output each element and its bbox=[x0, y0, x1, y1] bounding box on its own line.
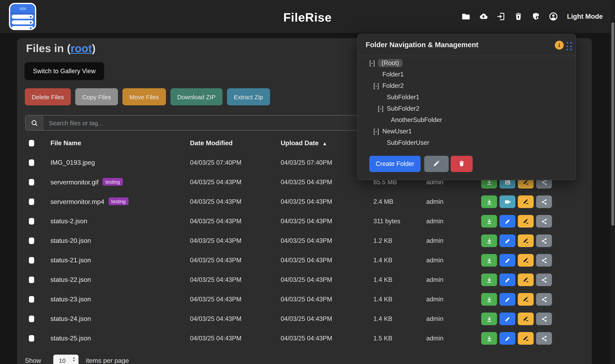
row-download-button[interactable] bbox=[481, 312, 497, 325]
folder-label: (Root) bbox=[378, 59, 403, 67]
copy-files-button[interactable]: Copy Files bbox=[75, 88, 118, 105]
search-icon bbox=[26, 116, 43, 130]
cloud-upload-icon[interactable] bbox=[478, 12, 488, 21]
row-download-button[interactable] bbox=[481, 293, 497, 306]
row-rename-button[interactable] bbox=[518, 332, 534, 345]
column-header-upload-date[interactable]: Upload Date▲ bbox=[281, 140, 327, 147]
row-rename-button[interactable] bbox=[518, 234, 534, 247]
row-rename-button[interactable] bbox=[518, 293, 534, 306]
row-download-button[interactable] bbox=[481, 332, 497, 345]
drag-handle-icon[interactable] bbox=[567, 42, 572, 51]
file-name: status-20.json bbox=[51, 237, 91, 245]
row-rename-button[interactable] bbox=[518, 312, 534, 325]
page-size-select[interactable]: 10 ▲▼ bbox=[53, 355, 79, 364]
row-download-button[interactable] bbox=[481, 195, 497, 208]
row-share-button[interactable] bbox=[536, 234, 552, 247]
row-share-button[interactable] bbox=[536, 293, 552, 306]
row-edit-button[interactable] bbox=[499, 312, 515, 325]
row-checkbox[interactable] bbox=[29, 179, 34, 185]
extract-zip-button[interactable]: Extract Zip bbox=[227, 88, 270, 105]
upload-date: 04/03/25 04:43PM bbox=[281, 335, 332, 342]
row-video-button[interactable] bbox=[499, 195, 515, 208]
tree-collapse-toggle[interactable]: [-] bbox=[373, 82, 382, 90]
filerise-app: FileRise Light Mode Files in (root) Swit… bbox=[0, 0, 615, 364]
scrollbar-thumb[interactable] bbox=[611, 22, 614, 226]
row-share-button[interactable] bbox=[536, 195, 552, 208]
top-bar: FileRise Light Mode bbox=[0, 0, 615, 33]
row-download-button[interactable] bbox=[481, 254, 497, 267]
row-checkbox[interactable] bbox=[29, 257, 34, 263]
folder-tree-item[interactable]: [-]NewUser1 bbox=[357, 126, 576, 137]
admin-shield-icon[interactable] bbox=[531, 12, 541, 21]
select-all-checkbox[interactable] bbox=[29, 140, 34, 146]
uploader: admin bbox=[426, 198, 443, 205]
tree-collapse-toggle[interactable]: [-] bbox=[378, 105, 387, 112]
file-name: status-24.json bbox=[51, 315, 91, 323]
rename-folder-button[interactable] bbox=[424, 156, 449, 172]
delete-folder-button[interactable] bbox=[451, 156, 473, 172]
column-header-date-modified[interactable]: Date Modified bbox=[190, 140, 233, 147]
row-checkbox[interactable] bbox=[29, 335, 34, 342]
folder-tree-item[interactable]: SubFolder1 bbox=[357, 91, 576, 103]
row-download-button[interactable] bbox=[481, 215, 497, 228]
row-checkbox[interactable] bbox=[29, 277, 34, 283]
file-size: 1.4 KB bbox=[373, 315, 392, 323]
folder-tree-item[interactable]: Folder1 bbox=[357, 69, 576, 80]
file-size: 1.4 KB bbox=[373, 276, 392, 284]
folder-tree-item[interactable]: AnotherSubFolder bbox=[357, 114, 576, 126]
row-checkbox[interactable] bbox=[29, 316, 34, 322]
download-zip-button[interactable]: Download ZIP bbox=[170, 88, 222, 105]
row-edit-button[interactable] bbox=[499, 332, 515, 345]
row-edit-button[interactable] bbox=[499, 254, 515, 267]
search-input[interactable] bbox=[43, 116, 365, 130]
uploader: admin bbox=[426, 276, 443, 284]
upload-date: 04/03/25 04:43PM bbox=[281, 179, 332, 186]
logout-icon[interactable] bbox=[496, 12, 506, 21]
folder-tree-item[interactable]: [-]Folder2 bbox=[357, 80, 576, 91]
root-link[interactable]: root bbox=[71, 42, 92, 54]
row-edit-button[interactable] bbox=[499, 273, 515, 286]
create-folder-button[interactable]: Create Folder bbox=[369, 156, 420, 172]
row-rename-button[interactable] bbox=[518, 195, 534, 208]
folder-tree-item[interactable]: [-](Root) bbox=[357, 57, 576, 69]
row-checkbox[interactable] bbox=[29, 198, 34, 205]
row-download-button[interactable] bbox=[481, 234, 497, 247]
row-rename-button[interactable] bbox=[518, 215, 534, 228]
info-icon[interactable]: i bbox=[555, 40, 564, 49]
sort-ascending-icon: ▲ bbox=[322, 141, 327, 146]
row-share-button[interactable] bbox=[536, 312, 552, 325]
folder-icon[interactable] bbox=[461, 12, 471, 21]
row-share-button[interactable] bbox=[536, 332, 552, 345]
row-checkbox[interactable] bbox=[29, 237, 34, 244]
tree-collapse-toggle[interactable]: [-] bbox=[373, 128, 382, 135]
row-actions bbox=[481, 195, 552, 208]
folder-tree: [-](Root)Folder1[-]Folder2SubFolder1[-]S… bbox=[357, 57, 576, 148]
move-files-button[interactable]: Move Files bbox=[122, 88, 166, 105]
row-edit-button[interactable] bbox=[499, 234, 515, 247]
row-edit-button[interactable] bbox=[499, 215, 515, 228]
row-rename-button[interactable] bbox=[518, 273, 534, 286]
folder-label: SubFolder2 bbox=[387, 105, 419, 112]
row-share-button[interactable] bbox=[536, 273, 552, 286]
date-modified: 04/03/25 04:43PM bbox=[190, 276, 241, 284]
switch-gallery-view-button[interactable]: Switch to Gallery View bbox=[24, 62, 104, 80]
row-download-button[interactable] bbox=[481, 273, 497, 286]
page-title: Files in (root) bbox=[26, 42, 96, 55]
tree-collapse-toggle[interactable]: [-] bbox=[369, 59, 378, 67]
row-checkbox[interactable] bbox=[29, 296, 34, 303]
column-header-file-name[interactable]: File Name bbox=[51, 140, 81, 147]
row-rename-button[interactable] bbox=[518, 254, 534, 267]
folder-tree-item[interactable]: SubFolderUser bbox=[357, 137, 576, 148]
file-name: status-21.json bbox=[51, 257, 91, 264]
row-edit-button[interactable] bbox=[499, 293, 515, 306]
restore-trash-icon[interactable] bbox=[513, 12, 523, 21]
file-name: servermonitor.giftesting bbox=[51, 178, 123, 186]
row-checkbox[interactable] bbox=[29, 159, 34, 166]
row-share-button[interactable] bbox=[536, 215, 552, 228]
row-checkbox[interactable] bbox=[29, 218, 34, 224]
row-share-button[interactable] bbox=[536, 254, 552, 267]
delete-files-button[interactable]: Delete Files bbox=[25, 88, 71, 105]
folder-tree-item[interactable]: [-]SubFolder2 bbox=[357, 103, 576, 114]
account-circle-icon[interactable] bbox=[548, 12, 558, 21]
theme-toggle[interactable]: Light Mode bbox=[567, 13, 603, 20]
